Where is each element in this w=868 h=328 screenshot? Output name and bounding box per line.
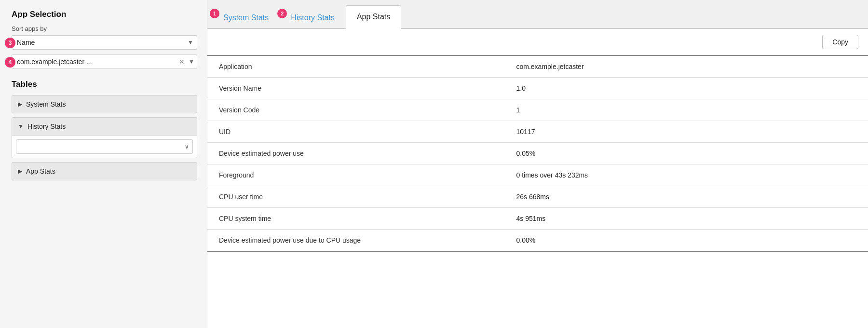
- table-row: Foreground0 times over 43s 232ms: [207, 164, 868, 186]
- app-stats-header[interactable]: ▶ App Stats: [12, 162, 197, 180]
- stat-key: Version Name: [207, 78, 505, 99]
- app-stats-section: ▶ App Stats: [12, 162, 197, 180]
- history-stats-label: History Stats: [27, 123, 66, 130]
- tab-app-stats[interactable]: App Stats: [346, 5, 401, 29]
- tab-history-stats-badge: 2: [277, 9, 287, 18]
- stat-key: UID: [207, 121, 505, 143]
- table-row: Version Code1: [207, 99, 868, 121]
- stat-key: Version Code: [207, 99, 505, 121]
- stat-value: 10117: [505, 121, 868, 143]
- main-panel: 1 System Stats 2 History Stats App Stats…: [207, 0, 868, 328]
- history-stats-arrow-icon: ▼: [18, 123, 24, 130]
- stat-value: 26s 668ms: [505, 186, 868, 208]
- table-row: Device estimated power use due to CPU us…: [207, 230, 868, 252]
- tab-history-stats-label: History Stats: [291, 14, 335, 22]
- tabs-bar: 1 System Stats 2 History Stats App Stats: [207, 0, 868, 29]
- history-stats-content: ∨: [12, 136, 197, 158]
- app-stats-arrow-icon: ▶: [18, 168, 22, 175]
- history-stats-header[interactable]: ▼ History Stats: [12, 117, 197, 136]
- stat-value: com.example.jetcaster: [505, 55, 868, 78]
- stat-key: Foreground: [207, 164, 505, 186]
- history-stats-select[interactable]: [16, 139, 193, 154]
- table-row: Applicationcom.example.jetcaster: [207, 55, 868, 78]
- stat-key: CPU system time: [207, 208, 505, 230]
- sort-label: Sort apps by: [12, 25, 197, 32]
- table-row: CPU user time26s 668ms: [207, 186, 868, 208]
- sidebar: App Selection Sort apps by 3 Name Usage …: [0, 0, 207, 328]
- stat-value: 1.0: [505, 78, 868, 99]
- stat-key: Device estimated power use due to CPU us…: [207, 230, 505, 252]
- tab-system-stats-label: System Stats: [223, 14, 269, 22]
- stat-value: 0 times over 43s 232ms: [505, 164, 868, 186]
- copy-button[interactable]: Copy: [822, 35, 858, 49]
- copy-bar: Copy: [207, 29, 868, 55]
- tables-title: Tables: [12, 80, 197, 89]
- stat-value: 4s 951ms: [505, 208, 868, 230]
- table-row: Version Name1.0: [207, 78, 868, 99]
- system-stats-arrow-icon: ▶: [18, 101, 22, 108]
- stat-key: Application: [207, 55, 505, 78]
- app-stats-label: App Stats: [26, 167, 55, 175]
- app-select[interactable]: com.example.jetcaster ...: [12, 55, 197, 69]
- stat-key: Device estimated power use: [207, 143, 505, 164]
- app-badge: 4: [5, 57, 15, 68]
- stat-value: 1: [505, 99, 868, 121]
- table-row: Device estimated power use0.05%: [207, 143, 868, 164]
- system-stats-label: System Stats: [26, 100, 66, 108]
- app-select-clear-icon[interactable]: ✕: [179, 58, 185, 66]
- app-select-wrapper: com.example.jetcaster ... ✕ ▼: [12, 55, 197, 69]
- stat-value: 0.05%: [505, 143, 868, 164]
- stats-table: Applicationcom.example.jetcasterVersion …: [207, 55, 868, 252]
- stat-value: 0.00%: [505, 230, 868, 252]
- sort-badge: 3: [5, 38, 15, 48]
- history-stats-section: ▼ History Stats ∨: [12, 117, 197, 158]
- system-stats-header[interactable]: ▶ System Stats: [12, 95, 197, 113]
- table-row: UID10117: [207, 121, 868, 143]
- tab-system-stats-badge: 1: [210, 9, 219, 18]
- table-row: CPU system time4s 951ms: [207, 208, 868, 230]
- content-area: Copy Applicationcom.example.jetcasterVer…: [207, 29, 868, 328]
- sort-select-wrapper: Name Usage CPU ▼: [12, 35, 197, 50]
- sort-select[interactable]: Name Usage CPU: [12, 35, 197, 50]
- tab-app-stats-label: App Stats: [357, 13, 390, 21]
- tab-system-stats[interactable]: 1 System Stats: [212, 6, 280, 29]
- stat-key: CPU user time: [207, 186, 505, 208]
- tab-history-stats[interactable]: 2 History Stats: [280, 6, 346, 29]
- sidebar-title: App Selection: [12, 10, 197, 19]
- system-stats-section: ▶ System Stats: [12, 95, 197, 113]
